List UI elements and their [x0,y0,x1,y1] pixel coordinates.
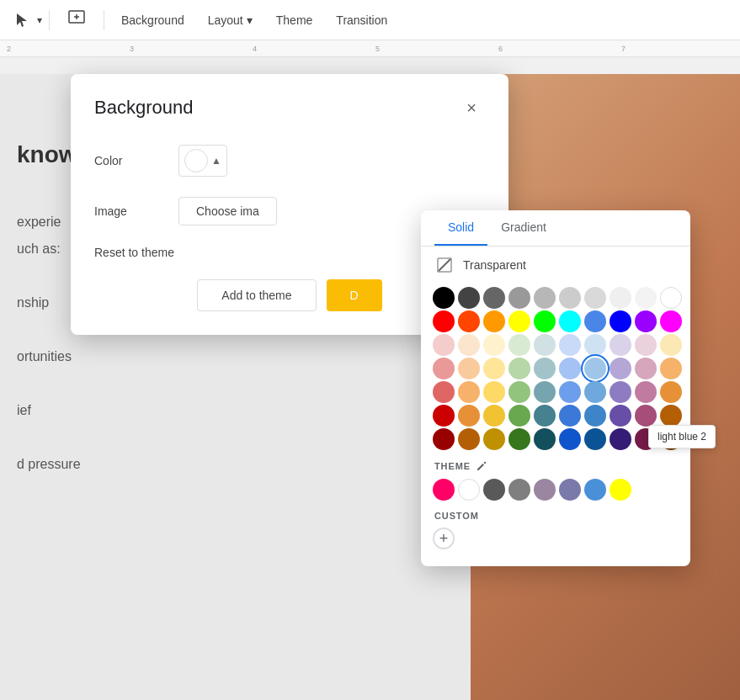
color-swatch[interactable] [635,287,657,309]
transparent-option[interactable]: Transparent [421,247,690,284]
color-swatch[interactable] [610,334,631,356]
color-swatch[interactable] [483,381,505,403]
color-swatch[interactable] [534,334,556,356]
color-swatch[interactable] [534,405,556,427]
color-swatch[interactable] [458,405,480,427]
tab-gradient[interactable]: Gradient [487,210,560,246]
color-swatch[interactable] [508,334,530,356]
color-swatch[interactable] [483,310,505,332]
color-swatch[interactable] [433,428,455,450]
color-swatch[interactable] [508,310,530,332]
color-swatch[interactable] [635,358,657,379]
dialog-header: Background × [94,94,485,121]
selected-color-swatch [184,149,208,172]
svg-line-3 [438,258,451,272]
theme-swatches-row [421,475,690,504]
color-swatch[interactable] [508,405,530,427]
color-swatch[interactable] [458,310,480,332]
tab-solid[interactable]: Solid [434,210,487,246]
color-swatch[interactable] [483,405,505,427]
color-swatch[interactable] [483,358,505,379]
color-picker-popup: Solid Gradient Transparent THEME CUSTOM … [421,210,690,566]
dialog-close-button[interactable]: × [458,94,485,121]
color-swatch[interactable] [508,358,530,379]
cp-tabs: Solid Gradient [421,210,690,247]
color-swatch[interactable] [458,358,480,379]
color-swatch[interactable] [534,428,556,450]
color-swatch[interactable] [534,381,556,403]
theme-color-swatch[interactable] [559,479,581,501]
theme-color-swatch[interactable] [584,479,606,501]
color-swatch[interactable] [508,428,530,450]
theme-color-swatch[interactable] [534,479,556,501]
color-swatch[interactable] [458,381,480,403]
color-swatch[interactable] [584,381,606,403]
transparent-label: Transparent [463,258,526,272]
color-swatch[interactable] [660,405,682,427]
color-swatch[interactable] [433,358,455,379]
color-swatch[interactable] [483,334,505,356]
theme-color-swatch[interactable] [483,479,505,501]
color-swatch[interactable] [559,381,581,403]
color-swatch[interactable] [610,287,631,309]
theme-section-label: THEME [421,453,690,475]
color-swatch[interactable] [610,428,631,450]
color-swatch[interactable] [433,310,455,332]
color-swatch[interactable] [584,428,606,450]
color-swatch[interactable] [635,310,657,332]
color-swatch[interactable] [458,287,480,309]
color-swatch[interactable] [660,358,682,379]
color-row: Color ▲ [94,145,485,177]
color-swatch[interactable] [635,381,657,403]
add-custom-color-button[interactable]: + [433,528,455,549]
color-swatch[interactable] [508,287,530,309]
color-swatch[interactable] [559,334,581,356]
color-swatch[interactable] [584,310,606,332]
edit-icon [476,460,487,472]
dialog-title: Background [94,97,193,119]
color-swatch[interactable] [458,334,480,356]
color-swatch[interactable] [660,428,682,450]
choose-image-button[interactable]: Choose ima [178,197,277,225]
color-swatch[interactable] [610,310,631,332]
color-swatch[interactable] [433,287,455,309]
color-swatch[interactable] [433,381,455,403]
color-swatch[interactable] [660,310,682,332]
theme-color-swatch[interactable] [458,479,480,501]
color-swatch[interactable] [635,334,657,356]
color-swatch[interactable] [584,287,606,309]
color-swatch[interactable] [584,334,606,356]
color-swatch[interactable] [508,381,530,403]
color-swatch[interactable] [660,381,682,403]
color-label: Color [94,154,178,167]
color-swatch[interactable] [584,405,606,427]
no-fill-icon [434,255,455,275]
color-swatch[interactable] [610,381,631,403]
color-swatch[interactable] [534,358,556,379]
color-swatch[interactable] [483,287,505,309]
done-button[interactable]: D [327,279,382,311]
color-swatch[interactable] [610,405,631,427]
theme-color-swatch[interactable] [433,479,455,501]
add-to-theme-button[interactable]: Add to theme [197,279,316,311]
color-swatch[interactable] [660,334,682,356]
color-swatch[interactable] [433,405,455,427]
color-swatch[interactable] [610,358,631,379]
color-swatch[interactable] [559,310,581,332]
color-picker-button[interactable]: ▲ [178,145,227,177]
color-swatch[interactable] [559,405,581,427]
theme-color-swatch[interactable] [508,479,530,501]
color-swatch[interactable] [458,428,480,450]
color-swatch[interactable] [635,428,657,450]
color-swatch[interactable] [559,358,581,379]
theme-color-swatch[interactable] [610,479,631,501]
color-swatch[interactable] [635,405,657,427]
color-swatch[interactable] [559,428,581,450]
color-swatch[interactable] [534,310,556,332]
color-swatch[interactable] [660,287,682,309]
color-swatch[interactable] [483,428,505,450]
color-swatch[interactable] [559,287,581,309]
color-swatch[interactable] [433,334,455,356]
color-swatch[interactable] [534,287,556,309]
color-swatch[interactable] [584,358,606,379]
